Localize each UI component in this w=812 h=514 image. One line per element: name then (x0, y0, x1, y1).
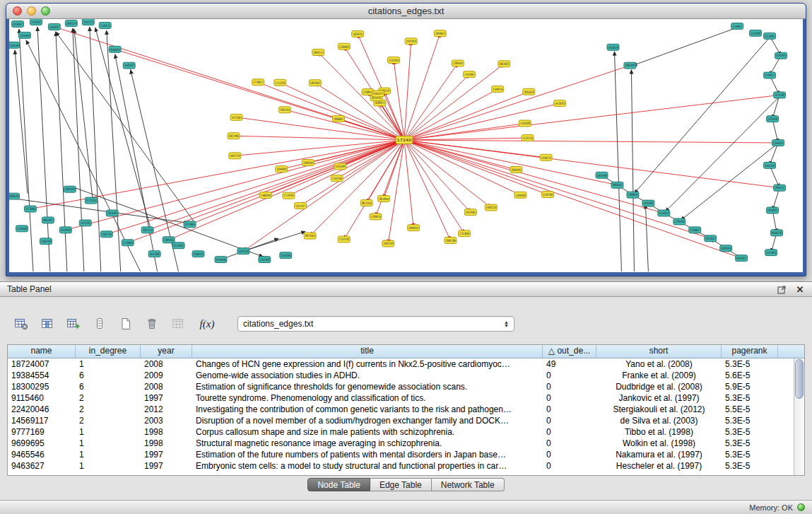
network-node[interactable]: 21135756 (522, 135, 534, 141)
network-node[interactable]: 10568702 (192, 251, 204, 257)
network-node[interactable]: 22580803 (338, 43, 350, 49)
table-row[interactable]: 1456911722003Disruption of a novel membe… (8, 415, 794, 426)
network-node[interactable]: 9745606 (215, 257, 227, 263)
table-row[interactable]: 1830029562008Estimation of significance … (8, 381, 794, 392)
network-node[interactable]: 16934612 (434, 30, 446, 37)
network-node[interactable]: 18406313 (408, 225, 420, 231)
network-node[interactable]: 11125295 (274, 79, 286, 86)
network-node[interactable]: 22778688 (24, 206, 36, 212)
network-node[interactable]: 17637638 (259, 257, 271, 263)
network-node[interactable]: 21720234 (85, 197, 97, 204)
table-selector[interactable]: citations_edges.txt ▲▼ (237, 316, 514, 332)
delete-table-button[interactable] (142, 315, 162, 333)
network-node[interactable]: 14578203 (554, 100, 566, 107)
create-column-button[interactable] (64, 315, 83, 333)
network-node[interactable]: 17240 (396, 136, 413, 144)
network-node[interactable]: 9811555 (360, 200, 372, 206)
table-row[interactable]: 2242004622012Investigating the contribut… (8, 404, 794, 415)
network-node[interactable]: 17809245 (452, 60, 464, 66)
zoom-window-button[interactable] (41, 6, 50, 16)
float-panel-icon[interactable] (777, 284, 787, 294)
column-header-in_degree[interactable]: in_degree (76, 345, 141, 358)
close-panel-icon[interactable]: ✕ (795, 284, 805, 294)
network-node[interactable]: 20247819 (405, 38, 417, 45)
network-node[interactable]: 19322275 (82, 19, 94, 25)
network-node[interactable]: 18309295 (720, 245, 732, 252)
network-node[interactable]: 17668784 (259, 192, 271, 199)
network-node[interactable]: 11584074 (370, 214, 382, 220)
network-canvas[interactable]: 2205894712418232145402971898107919322275… (9, 19, 803, 272)
network-node[interactable]: 18674031 (498, 61, 510, 67)
network-node[interactable]: 13306719 (540, 154, 552, 160)
network-node[interactable]: 19815534 (279, 107, 291, 113)
network-node[interactable]: 11265575 (99, 22, 111, 28)
network-node[interactable]: 12418232 (30, 19, 42, 25)
table-row[interactable]: 969969511998Structural magnetic resonanc… (8, 438, 794, 449)
network-node[interactable]: 15233508 (767, 116, 779, 122)
network-node[interactable]: 19109832 (767, 207, 779, 214)
network-node[interactable]: 17547263 (331, 175, 343, 182)
network-node[interactable]: 11644458 (514, 192, 526, 198)
network-window-titlebar[interactable]: citations_edges.txt (6, 4, 806, 19)
network-node[interactable]: 17437681 (463, 71, 475, 78)
network-node[interactable]: 9531857 (736, 255, 748, 262)
network-node[interactable]: 14878791 (352, 30, 364, 37)
network-node[interactable]: 20110850 (172, 243, 184, 249)
network-node[interactable]: 20842492 (510, 166, 522, 173)
network-node[interactable]: 10649752 (774, 185, 786, 191)
network-node[interactable]: 20578011 (705, 235, 717, 242)
network-node[interactable]: 14870498 (596, 172, 608, 178)
network-node[interactable]: 10686108 (9, 193, 19, 199)
network-node[interactable]: 13170803 (765, 250, 777, 256)
network-node[interactable]: 10770694 (184, 221, 196, 228)
table-row[interactable]: 1938455462009Genome-wide association stu… (8, 370, 794, 381)
network-node[interactable]: 18810625 (309, 80, 321, 86)
show-columns-button[interactable] (37, 315, 57, 333)
table-row[interactable]: 911546021997Tourette syndrome. Phenomeno… (8, 392, 794, 404)
network-node[interactable]: 21693439 (302, 160, 314, 166)
network-node[interactable]: 16822947 (624, 62, 636, 69)
network-node[interactable]: 17313604 (459, 230, 471, 237)
network-node[interactable]: 21499176 (492, 86, 504, 92)
close-window-button[interactable] (13, 6, 22, 16)
network-node[interactable]: 21236660 (122, 240, 134, 246)
network-node[interactable]: 9670342 (304, 233, 316, 239)
table-row[interactable]: 946554611997Estimation of the future num… (8, 449, 794, 460)
network-node[interactable]: 9160492 (109, 46, 121, 52)
network-node[interactable]: 15968493 (627, 192, 639, 198)
network-node[interactable]: 11540617 (731, 23, 743, 29)
network-node[interactable]: 12417917 (295, 202, 307, 209)
network-node[interactable]: 15509180 (59, 227, 71, 233)
network-node[interactable]: 15862309 (40, 238, 52, 245)
table-row[interactable]: 1872400712008Changes of HCN gene express… (8, 358, 794, 370)
network-node[interactable]: 11616468 (16, 226, 28, 232)
network-node[interactable]: 15142814 (658, 210, 670, 216)
network-node[interactable]: 15563015 (772, 140, 784, 146)
network-node[interactable]: 14757269 (774, 92, 786, 98)
network-node[interactable]: 9436378 (771, 230, 783, 236)
tab-edge-table[interactable]: Edge Table (370, 478, 432, 491)
new-table-button[interactable] (116, 315, 136, 333)
column-header-title[interactable]: title (192, 345, 543, 358)
network-node[interactable]: 11323700 (338, 236, 350, 243)
network-node[interactable]: 18071996 (228, 133, 240, 139)
network-node[interactable]: 13107593 (79, 220, 91, 226)
column-header-name[interactable]: name (8, 345, 76, 358)
table-row[interactable]: 977716911998Corpus callosum shape and si… (8, 426, 794, 438)
network-node[interactable]: 21207620 (388, 57, 400, 64)
network-node[interactable]: 21007858 (280, 252, 292, 259)
import-table-button[interactable] (168, 315, 188, 333)
network-node[interactable]: 15082380 (163, 237, 175, 243)
network-node[interactable]: 21315908 (750, 30, 762, 36)
network-node[interactable]: 18092175 (312, 49, 324, 56)
network-node[interactable]: 16973776 (229, 153, 241, 159)
column-header-out_degree[interactable]: △ out_de... (543, 345, 596, 358)
network-node[interactable]: 20219585 (464, 209, 476, 216)
network-node[interactable]: 12007704 (100, 231, 112, 238)
network-node[interactable]: 21346827 (689, 227, 701, 233)
network-node[interactable]: 20447526 (764, 162, 776, 168)
network-node[interactable]: 21187580 (542, 192, 554, 198)
network-node[interactable]: 16738228 (607, 44, 619, 50)
network-node[interactable]: 20055678 (523, 88, 535, 95)
network-node[interactable]: 14239126 (237, 248, 249, 255)
